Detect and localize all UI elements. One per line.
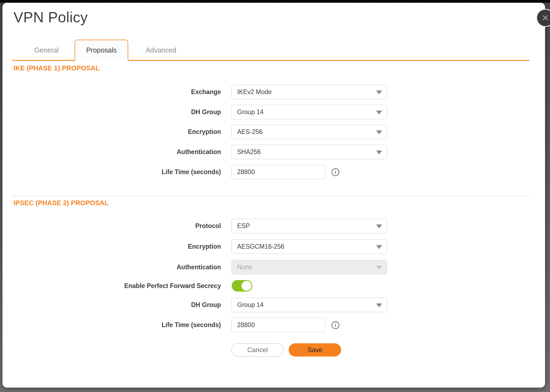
ike-encryption-select[interactable]: AES-256 (231, 125, 387, 139)
protocol-select[interactable]: ESP (231, 219, 387, 233)
ike-authentication-select-value: SHA256 (237, 148, 261, 156)
chevron-down-icon (376, 91, 382, 94)
ipsec-life-time-label: Life Time (seconds) (2, 318, 221, 332)
ike-encryption-select-value: AES-256 (237, 128, 262, 136)
chevron-down-icon (376, 111, 382, 114)
ike-dh-group-row: DH Group Group 14 (2, 105, 545, 119)
ipsec-dh-group-select[interactable]: Group 14 (231, 298, 387, 312)
save-button[interactable]: Save (289, 343, 341, 357)
ipsec-authentication-row: Authentication None (2, 260, 545, 275)
ike-dh-group-select-value: Group 14 (237, 108, 264, 116)
info-icon[interactable]: i (332, 321, 339, 329)
tab-advanced[interactable]: Advanced (146, 40, 176, 61)
ipsec-dh-group-select-value: Group 14 (237, 301, 264, 309)
ike-life-time-row: Life Time (seconds) i (2, 165, 545, 179)
ipsec-encryption-row: Encryption AESGCM16-256 (2, 239, 545, 254)
page-background: VPN Policy General Proposals Advanced IK… (0, 0, 550, 392)
ike-authentication-label: Authentication (2, 145, 221, 159)
ipsec-life-time-row: Life Time (seconds) i (2, 318, 545, 332)
ike-encryption-label: Encryption (2, 125, 221, 139)
exchange-row: Exchange IKEv2 Mode (2, 85, 545, 99)
ipsec-encryption-label: Encryption (2, 239, 221, 254)
info-icon[interactable]: i (332, 168, 339, 176)
exchange-select-value: IKEv2 Mode (237, 88, 272, 96)
tab-proposals[interactable]: Proposals (75, 40, 128, 61)
exchange-select[interactable]: IKEv2 Mode (231, 85, 387, 99)
ike-life-time-input[interactable] (231, 165, 325, 179)
ike-dh-group-label: DH Group (2, 105, 221, 119)
ipsec-dh-group-row: DH Group Group 14 (2, 298, 545, 312)
ike-life-time-label: Life Time (seconds) (2, 165, 221, 179)
ipsec-encryption-select-value: AESGCM16-256 (237, 243, 284, 250)
ipsec-life-time-input[interactable] (231, 318, 325, 332)
tab-general[interactable]: General (34, 40, 59, 61)
chevron-down-icon (376, 303, 382, 307)
ipsec-section-heading: IPSEC (PHASE 2) PROPOSAL (13, 199, 109, 207)
page-title: VPN Policy (13, 9, 88, 26)
ike-dh-group-select[interactable]: Group 14 (231, 105, 387, 119)
ike-section-heading: IKE (PHASE 1) PROPOSAL (13, 64, 100, 72)
protocol-row: Protocol ESP (2, 219, 545, 233)
protocol-select-value: ESP (237, 222, 250, 230)
vpn-policy-dialog: VPN Policy General Proposals Advanced IK… (2, 3, 545, 388)
chevron-down-icon (376, 150, 382, 154)
close-icon: ✕ (542, 13, 549, 22)
ipsec-authentication-label: Authentication (2, 260, 221, 275)
ipsec-authentication-select-disabled: None (231, 260, 387, 275)
pfs-label: Enable Perfect Forward Secrecy (2, 280, 221, 292)
pfs-toggle-on[interactable] (232, 280, 252, 292)
ike-authentication-row: Authentication SHA256 (2, 145, 545, 159)
ipsec-authentication-select-value: None (237, 264, 252, 271)
pfs-row: Enable Perfect Forward Secrecy (2, 280, 545, 292)
ike-encryption-row: Encryption AES-256 (2, 125, 545, 139)
chevron-down-icon (376, 130, 382, 134)
cancel-button[interactable]: Cancel (231, 343, 284, 357)
exchange-label: Exchange (2, 85, 221, 99)
chevron-down-icon (376, 224, 382, 228)
chevron-down-icon (376, 266, 382, 270)
ipsec-dh-group-label: DH Group (2, 298, 221, 312)
toggle-knob (242, 281, 251, 291)
action-buttons: Cancel Save (2, 343, 545, 357)
chevron-down-icon (376, 245, 382, 249)
ike-authentication-select[interactable]: SHA256 (231, 145, 387, 159)
section-divider (12, 196, 530, 196)
protocol-label: Protocol (2, 219, 221, 233)
ipsec-encryption-select[interactable]: AESGCM16-256 (231, 239, 387, 254)
